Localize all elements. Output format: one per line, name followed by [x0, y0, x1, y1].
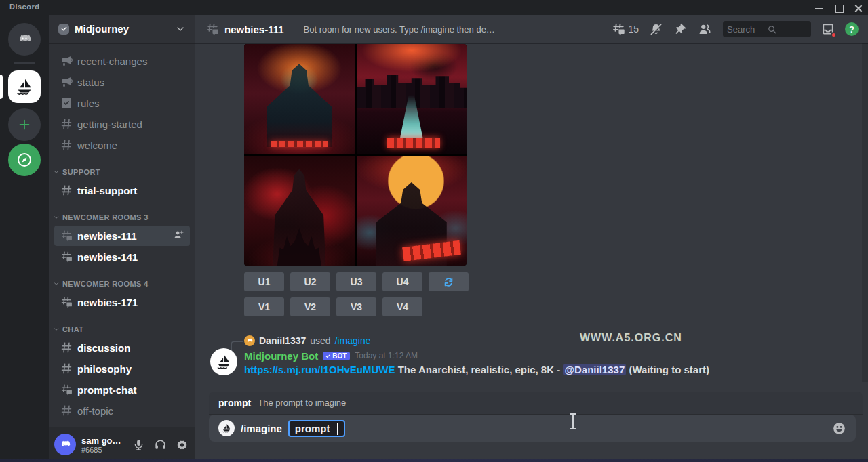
- sidebar-item-recent-changes[interactable]: recent-changes: [54, 51, 190, 71]
- explore-servers-button[interactable]: [8, 144, 41, 176]
- message-content: https://s.mj.run/l1OHvEuMUWE The Anarchi…: [244, 364, 841, 375]
- upscale-button-u3[interactable]: U3: [336, 272, 376, 291]
- sailboat-icon: [221, 423, 232, 434]
- generated-image-3[interactable]: [244, 156, 355, 266]
- category-newcomer-rooms-3[interactable]: NEWCOMER ROOMS 3: [49, 210, 195, 225]
- message-author-row: Midjourney Bot BOT Today at 1:12 AM: [244, 349, 418, 362]
- hash-bubble-icon: [60, 250, 73, 264]
- avatar[interactable]: [54, 434, 76, 455]
- sidebar-item-trial-support[interactable]: trial-support: [54, 180, 190, 201]
- maximize-button[interactable]: [834, 4, 846, 12]
- message-link[interactable]: https://s.mj.run/l1OHvEuMUWE: [244, 364, 395, 375]
- category-newcomer-rooms-4[interactable]: NEWCOMER ROOMS 4: [49, 276, 195, 291]
- reply-action: used: [310, 335, 330, 346]
- sidebar-item-welcome[interactable]: welcome: [54, 135, 190, 155]
- variation-button-v4[interactable]: V4: [382, 297, 422, 316]
- app-logo-wordmark: Discord: [9, 3, 39, 11]
- sidebar-item-newbies-141[interactable]: newbies-141: [54, 247, 190, 267]
- search-icon: [767, 24, 807, 35]
- user-mention[interactable]: @Daniil1337: [563, 364, 626, 375]
- headphones-button[interactable]: [152, 436, 168, 453]
- channel-header: newbies-111 Bot room for new users. Type…: [195, 15, 868, 43]
- threads-button[interactable]: 15: [611, 22, 639, 37]
- variation-button-v1[interactable]: V1: [244, 297, 284, 316]
- sidebar-item-status[interactable]: status: [54, 72, 190, 92]
- artwork-figure: [267, 64, 333, 147]
- slash-command-autocomplete[interactable]: prompt The prompt to imagine: [209, 392, 863, 415]
- generated-image-4[interactable]: [357, 156, 467, 266]
- channel-label: discussion: [77, 342, 184, 354]
- pinned-messages-button[interactable]: [673, 22, 688, 37]
- channel-topic[interactable]: Bot room for new users. Type /imagine th…: [304, 24, 497, 35]
- minimize-button[interactable]: [814, 4, 826, 12]
- close-button[interactable]: [853, 4, 865, 12]
- channel-sidebar: Midjourney recent-changesstatusrulesgett…: [49, 15, 195, 462]
- sailboat-icon: [215, 353, 233, 371]
- check-icon: [325, 353, 331, 359]
- autocomplete-option: prompt: [218, 398, 251, 408]
- channel-label: status: [77, 77, 184, 88]
- title-bar: Discord: [0, 0, 868, 15]
- sidebar-item-newbies-111[interactable]: newbies-111: [54, 226, 190, 246]
- sidebar-item-prompt-chat[interactable]: prompt-chat: [54, 379, 190, 400]
- category-chat[interactable]: CHAT: [49, 322, 195, 337]
- server-icon-midjourney[interactable]: [8, 70, 41, 103]
- person-add-icon[interactable]: [173, 229, 184, 243]
- hash-bubble-icon: [611, 22, 626, 37]
- message-timestamp: Today at 1:12 AM: [355, 351, 418, 360]
- generated-image-2[interactable]: [357, 44, 467, 154]
- channel-label: recent-changes: [77, 56, 184, 67]
- channel-label: prompt-chat: [77, 384, 184, 396]
- reply-command-link[interactable]: /imagine: [335, 335, 371, 346]
- server-header[interactable]: Midjourney: [49, 15, 195, 43]
- sidebar-item-newbies-171[interactable]: newbies-171: [54, 292, 190, 312]
- channel-label: newbies-111: [77, 230, 169, 242]
- emoji-picker-button[interactable]: [832, 421, 846, 436]
- chevron-down-icon: [53, 326, 60, 333]
- category-support[interactable]: SUPPORT: [49, 165, 195, 180]
- sidebar-item-off-topic[interactable]: off-topic: [54, 400, 190, 421]
- home-button[interactable]: [8, 23, 41, 56]
- hash-bubble-icon: [60, 383, 73, 396]
- variation-button-v3[interactable]: V3: [336, 297, 376, 316]
- discord-logo-icon: [58, 438, 72, 451]
- upscale-button-u1[interactable]: U1: [244, 272, 284, 291]
- user-meta[interactable]: sam good... #6685: [81, 436, 125, 454]
- chat-scrollbar[interactable]: [862, 43, 868, 382]
- notifications-muted-button[interactable]: [649, 22, 663, 37]
- discord-logo-icon: [245, 337, 254, 345]
- reply-spine: [231, 341, 243, 350]
- bell-slash-icon: [649, 22, 663, 37]
- generated-image-1[interactable]: [244, 44, 355, 154]
- add-server-button[interactable]: [8, 108, 41, 141]
- search-placeholder: Search: [727, 24, 767, 35]
- sidebar-item-philosophy[interactable]: philosophy: [54, 358, 190, 379]
- message-prompt-text: The Anarchist, realistic, epic, 8K: [395, 364, 555, 375]
- upscale-button-u4[interactable]: U4: [382, 272, 422, 291]
- reply-username[interactable]: Daniil1337: [259, 335, 306, 346]
- header-divider: [294, 22, 294, 36]
- book-check-icon: [60, 96, 73, 110]
- midjourney-image-grid[interactable]: [244, 44, 467, 266]
- upscale-button-u2[interactable]: U2: [290, 272, 330, 291]
- settings-gear-button[interactable]: [174, 436, 190, 453]
- member-list-button[interactable]: [698, 22, 713, 37]
- hash-icon: [60, 404, 73, 417]
- category-label: CHAT: [62, 325, 83, 333]
- bot-avatar[interactable]: [210, 348, 237, 375]
- prompt-option-field[interactable]: prompt: [288, 420, 345, 437]
- search-input[interactable]: Search: [723, 21, 811, 37]
- reroll-button[interactable]: [429, 272, 469, 291]
- plus-icon: [17, 117, 32, 132]
- variation-button-v2[interactable]: V2: [290, 297, 330, 316]
- help-button[interactable]: ?: [845, 22, 859, 36]
- sidebar-item-rules[interactable]: rules: [54, 93, 190, 113]
- bot-username[interactable]: Midjourney Bot: [244, 350, 318, 362]
- sidebar-item-discussion[interactable]: discussion: [54, 337, 190, 358]
- microphone-button[interactable]: [130, 436, 146, 453]
- inbox-button[interactable]: [821, 22, 835, 36]
- avatar[interactable]: [244, 335, 255, 346]
- message-input[interactable]: /imagine prompt: [209, 415, 856, 442]
- sidebar-item-getting-started[interactable]: getting-started: [54, 114, 190, 134]
- channel-label: welcome: [77, 140, 184, 151]
